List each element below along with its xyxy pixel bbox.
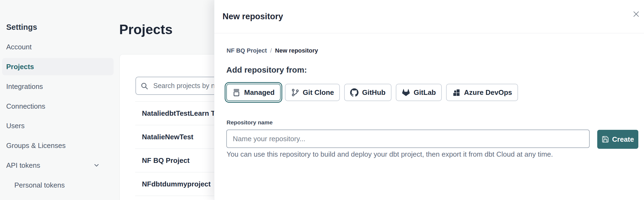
repository-name-label: Repository name [227,119,273,126]
managed-repo-icon [232,88,241,97]
sidebar-item-api-tokens[interactable]: API tokens [6,159,40,171]
create-button-label: Create [612,135,634,144]
azure-devops-icon [452,88,460,97]
source-gitlab-button[interactable]: GitLab [396,84,442,101]
new-repository-panel: New repository NF BQ Project / New repos… [214,0,644,200]
settings-title: Settings [6,23,37,32]
panel-header: New repository [214,0,644,33]
source-github-button[interactable]: GitHub [344,84,391,101]
repo-source-buttons: Managed Git Clone GitHub [226,84,518,101]
breadcrumb: NF BQ Project / New repository [227,47,318,54]
sidebar-item-projects[interactable]: Projects [6,61,34,73]
breadcrumb-separator: / [270,47,272,54]
chevron-down-icon[interactable] [93,162,100,169]
sidebar-item-integrations[interactable]: Integrations [6,80,43,92]
breadcrumb-project-link[interactable]: NF BQ Project [227,47,267,54]
source-managed-button[interactable]: Managed [226,84,281,101]
breadcrumb-current: New repository [275,47,318,54]
repository-name-input[interactable] [226,130,590,148]
sidebar-item-connections[interactable]: Connections [6,100,45,112]
repository-helper-text: You can use this repository to build and… [227,150,553,159]
sidebar-item-personal-tokens[interactable]: Personal tokens [14,179,65,191]
source-button-label: Azure DevOps [464,88,512,97]
add-repository-heading: Add repository from: [226,65,307,75]
sidebar-item-groups-licenses[interactable]: Groups & Licenses [6,140,66,151]
create-button[interactable]: Create [597,130,638,149]
sidebar-item-users[interactable]: Users [6,120,25,132]
gitlab-icon [402,88,410,97]
search-icon [140,82,148,90]
source-button-label: Git Clone [303,88,334,97]
save-icon [602,136,609,143]
panel-title: New repository [223,12,283,21]
git-branch-icon [291,88,299,97]
source-button-label: Managed [244,88,275,97]
github-icon [350,88,358,97]
close-icon[interactable] [630,8,642,20]
sidebar-item-account[interactable]: Account [6,41,32,53]
source-button-label: GitLab [414,88,436,97]
page-title: Projects [119,22,172,37]
source-git-clone-button[interactable]: Git Clone [285,84,340,101]
source-azure-devops-button[interactable]: Azure DevOps [446,84,518,101]
source-button-label: GitHub [362,88,386,97]
app-window: Settings Account Projects Integrations C… [0,0,644,200]
